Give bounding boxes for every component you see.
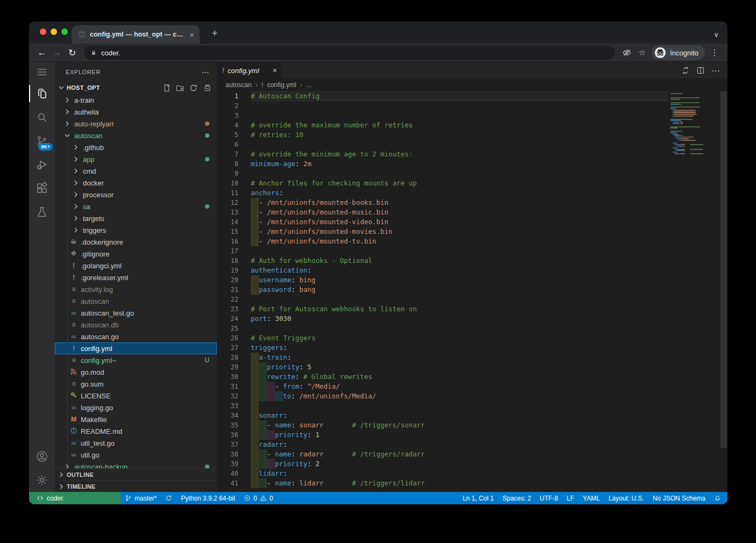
refresh-icon[interactable] xyxy=(188,83,198,92)
line-number[interactable]: 23 xyxy=(217,304,238,314)
code-line-33[interactable]: 33 xyxy=(217,401,668,411)
breadcrumb-symbol[interactable]: … xyxy=(306,81,312,89)
line-number[interactable]: 8 xyxy=(217,159,238,169)
tab-search-chevron-icon[interactable]: ∨ xyxy=(713,31,719,39)
browser-menu-icon[interactable]: ⋮ xyxy=(707,45,722,60)
code-line-25[interactable]: 25 xyxy=(217,324,668,333)
code-line-22[interactable]: 22 xyxy=(217,295,668,304)
code-line-40[interactable]: 40lidarr: xyxy=(217,469,668,478)
activity-account[interactable] xyxy=(29,445,55,468)
code-line-13[interactable]: 13- /mnt/unionfs/mounted-music.bin xyxy=(217,208,668,217)
code-line-4[interactable]: 4# override the maximum number of retrie… xyxy=(217,120,668,130)
explorer-section-header[interactable]: HOST_OPT xyxy=(55,81,217,94)
line-number[interactable]: 3 xyxy=(217,111,238,120)
line-number[interactable]: 10 xyxy=(217,178,238,188)
tree-item-readme-md[interactable]: README.md xyxy=(55,425,217,437)
line-number[interactable]: 26 xyxy=(217,333,238,343)
activity-menu[interactable] xyxy=(29,62,55,82)
tree-item-autoscan-go[interactable]: ∞autoscan.go xyxy=(55,331,217,342)
line-number[interactable]: 35 xyxy=(217,420,238,430)
bookmark-star-icon[interactable]: ☆ xyxy=(634,45,649,60)
code-line-41[interactable]: 41- name: lidarr # /triggers/lidarr xyxy=(217,478,668,488)
editor-tab-config-yml[interactable]: ! config.yml × xyxy=(217,62,281,78)
tree-item-dockerignore[interactable]: .dockerignore xyxy=(55,236,217,248)
line-number[interactable]: 12 xyxy=(217,198,238,208)
line-number[interactable]: 34 xyxy=(217,411,238,420)
browser-tab[interactable]: config.yml — host_opt — code × xyxy=(72,25,200,44)
line-number[interactable]: 15 xyxy=(217,227,238,237)
code-line-3[interactable]: 3 xyxy=(217,111,668,120)
tree-item-makefile[interactable]: MMakefile xyxy=(55,413,217,425)
problems[interactable]: 00 xyxy=(239,492,277,504)
line-number[interactable]: 37 xyxy=(217,440,238,449)
timeline-panel-header[interactable]: TIMELINE xyxy=(55,480,217,492)
line-number[interactable]: 24 xyxy=(217,314,238,324)
tree-item-util-test-go[interactable]: ∞util_test.go xyxy=(55,437,217,449)
line-number[interactable]: 16 xyxy=(217,237,238,246)
code-line-1[interactable]: 1# Autoscan Config xyxy=(217,91,668,101)
code-line-18[interactable]: 18# Auth for webhooks - Optional xyxy=(217,256,668,266)
line-number[interactable]: 1 xyxy=(217,91,238,101)
activity-testing[interactable] xyxy=(29,200,55,224)
code-line-2[interactable]: 2 xyxy=(217,101,668,111)
code-line-21[interactable]: 21password: bang xyxy=(217,285,668,295)
line-number[interactable]: 28 xyxy=(217,353,238,362)
line-number[interactable]: 32 xyxy=(217,391,238,401)
line-number[interactable]: 17 xyxy=(217,246,238,256)
line-number[interactable]: 39 xyxy=(217,459,238,469)
tree-item-config-yml[interactable]: !config.yml xyxy=(55,342,217,354)
line-number[interactable]: 20 xyxy=(217,275,238,285)
line-number[interactable]: 27 xyxy=(217,343,238,353)
tree-item-activity-log[interactable]: ≡activity.log xyxy=(55,283,217,295)
code-line-35[interactable]: 35- name: sonarr # /triggers/sonarr xyxy=(217,420,668,430)
code-line-30[interactable]: 30rewrite: # Global rewrites xyxy=(217,372,668,382)
cursor-position[interactable]: Ln 1, Col 1 xyxy=(458,492,498,504)
address-bar[interactable]: coder. xyxy=(84,46,615,60)
activity-source-control[interactable]: 9K+ xyxy=(29,129,55,153)
tree-item-app[interactable]: app xyxy=(55,153,217,165)
tree-item-go-sum[interactable]: ≡go.sum xyxy=(55,378,217,390)
notifications-bell[interactable] xyxy=(710,492,725,504)
line-number[interactable]: 33 xyxy=(217,401,238,411)
line-number[interactable]: 25 xyxy=(217,324,238,333)
open-changes-icon[interactable] xyxy=(681,66,690,75)
code-line-20[interactable]: 20username: bing xyxy=(217,275,668,285)
breadcrumb-file[interactable]: config.yml xyxy=(267,81,296,89)
activity-explorer[interactable] xyxy=(29,82,55,105)
activity-search[interactable] xyxy=(29,105,55,129)
new-file-icon[interactable] xyxy=(161,83,171,92)
code-line-14[interactable]: 14- /mnt/unionfs/mounted-video.bin xyxy=(217,217,668,227)
line-number[interactable]: 36 xyxy=(217,430,238,440)
python-interpreter[interactable]: Python 3.9.2 64-bit xyxy=(176,492,239,504)
tree-item-util-go[interactable]: ∞util.go xyxy=(55,449,217,461)
code-line-8[interactable]: 8minimum-age: 2m xyxy=(217,159,668,169)
line-number[interactable]: 31 xyxy=(217,382,238,391)
tree-item-license[interactable]: LICENSE xyxy=(55,390,217,402)
tree-item-a-train[interactable]: a-train xyxy=(55,94,217,106)
code-line-26[interactable]: 26# Event Triggers xyxy=(217,333,668,343)
line-number[interactable]: 6 xyxy=(217,140,238,149)
activity-settings[interactable] xyxy=(29,468,55,492)
code-line-9[interactable]: 9 xyxy=(217,169,668,178)
close-window-button[interactable] xyxy=(40,28,46,35)
code-line-27[interactable]: 27triggers: xyxy=(217,343,668,353)
line-number[interactable]: 11 xyxy=(217,188,238,198)
sidebar-more-icon[interactable]: ⋯ xyxy=(202,68,209,76)
tree-item-autoscan-backup[interactable]: autoscan-backup xyxy=(55,461,217,468)
tree-item-triggers[interactable]: triggers xyxy=(55,224,217,236)
code-line-29[interactable]: 29priority: 5 xyxy=(217,362,668,372)
encoding[interactable]: UTF-8 xyxy=(535,492,562,504)
activity-run-debug[interactable] xyxy=(29,153,55,176)
more-actions-icon[interactable]: ⋯ xyxy=(711,66,720,76)
breadcrumb-folder[interactable]: autoscan xyxy=(225,81,252,89)
tree-item-goreleaser-yml[interactable]: !.goreleaser.yml xyxy=(55,272,217,283)
tree-item-autoscan-test-go[interactable]: ∞autoscan_test.go xyxy=(55,307,217,319)
line-number[interactable]: 4 xyxy=(217,120,238,130)
editor-scrollbar[interactable] xyxy=(720,91,727,492)
eye-off-icon[interactable] xyxy=(619,45,634,60)
tree-item-docker[interactable]: docker xyxy=(55,177,217,189)
forward-button[interactable]: → xyxy=(50,45,65,60)
line-number[interactable]: 19 xyxy=(217,266,238,275)
code-line-31[interactable]: 31- from: ^/Media/ xyxy=(217,382,668,391)
code-line-15[interactable]: 15- /mnt/unionfs/mounted-movies.bin xyxy=(217,227,668,237)
